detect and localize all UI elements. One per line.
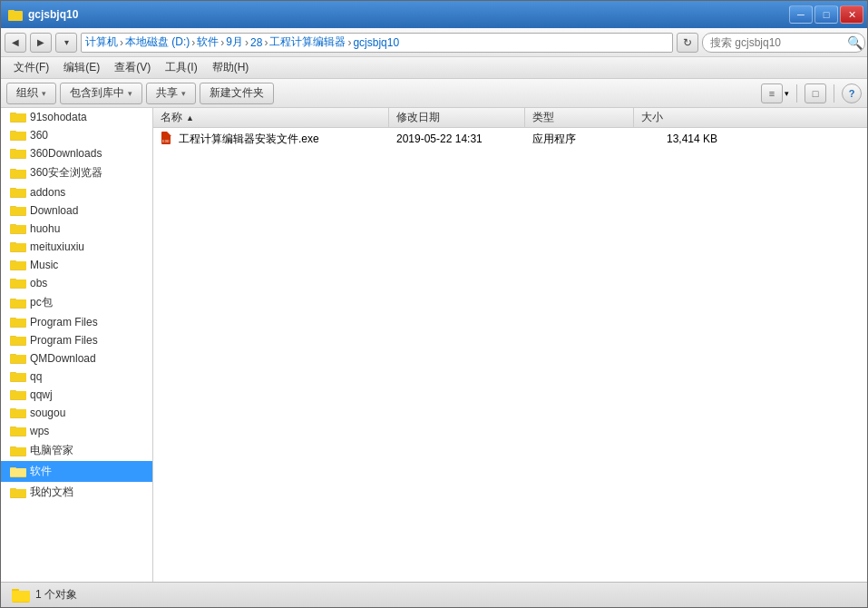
breadcrumb-item-3[interactable]: 9月 — [226, 34, 243, 50]
share-button[interactable]: 共享 ▾ — [146, 83, 196, 104]
sidebar-label-13: QMDownload — [30, 352, 96, 365]
search-icon[interactable]: 🔍 — [845, 34, 863, 52]
sidebar: 91sohodata 360 360Downloads 360安全浏览器 — [1, 108, 153, 582]
menu-file[interactable]: 文件(F) — [6, 58, 56, 77]
organize-dropdown-icon: ▾ — [42, 89, 46, 98]
include-library-button[interactable]: 包含到库中 ▾ — [60, 83, 142, 104]
sidebar-item-9[interactable]: obs — [1, 274, 152, 292]
title-bar-controls: ─ □ ✕ — [789, 5, 863, 24]
svg-rect-4 — [10, 113, 26, 122]
sidebar-item-6[interactable]: huohu — [1, 220, 152, 238]
sidebar-label-6: huohu — [30, 222, 60, 235]
menu-edit[interactable]: 编辑(E) — [56, 58, 107, 77]
menu-view[interactable]: 查看(V) — [107, 58, 158, 77]
breadcrumb-item-5[interactable]: 工程计算编辑器 — [269, 34, 346, 50]
sidebar-item-8[interactable]: Music — [1, 256, 152, 274]
help-button[interactable]: ? — [842, 83, 862, 103]
sidebar-item-5[interactable]: Download — [1, 201, 152, 220]
svg-rect-22 — [10, 225, 26, 233]
sidebar-item-1[interactable]: 360 — [1, 126, 152, 144]
sidebar-item-11[interactable]: Program Files — [1, 313, 152, 331]
forward-button[interactable]: ▶ — [30, 33, 52, 53]
folder-icon — [10, 352, 26, 365]
sidebar-label-5: Download — [30, 204, 78, 217]
organize-button[interactable]: 组织 ▾ — [6, 83, 56, 104]
folder-icon-selected — [10, 466, 26, 478]
file-name-cell: EXE 工程计算编辑器安装文件.exe — [153, 132, 389, 147]
sidebar-item-19[interactable]: 软件 — [1, 461, 152, 482]
col-header-type[interactable]: 类型 — [525, 108, 634, 127]
svg-rect-55 — [10, 427, 26, 436]
window-icon — [8, 7, 23, 22]
new-folder-button[interactable]: 新建文件夹 — [200, 83, 274, 104]
view-dropdown-icon[interactable]: ▾ — [785, 89, 789, 98]
exe-file-icon: EXE — [161, 132, 175, 146]
breadcrumb-item-1[interactable]: 本地磁盘 (D:) — [125, 34, 190, 50]
status-folder-icon — [12, 586, 30, 604]
view-details-button[interactable]: ≡ — [761, 83, 783, 103]
sidebar-item-17[interactable]: wps — [1, 422, 152, 440]
sidebar-item-18[interactable]: 电脑管家 — [1, 440, 152, 461]
breadcrumb-item-6[interactable]: gcjsbjq10 — [353, 36, 399, 49]
sidebar-label-17: wps — [30, 425, 49, 437]
sidebar-label-18: 电脑管家 — [30, 443, 73, 458]
maximize-button[interactable]: □ — [814, 5, 838, 24]
svg-rect-19 — [10, 207, 26, 215]
col-header-date[interactable]: 修改日期 — [389, 108, 525, 127]
preview-pane-button[interactable]: □ — [805, 83, 826, 103]
file-type: 应用程序 — [525, 132, 634, 147]
breadcrumb: 计算机 › 本地磁盘 (D:) › 软件 › 9月 › 28 › 工程计算编辑器… — [81, 33, 673, 53]
folder-icon — [10, 147, 26, 160]
toolbar: 组织 ▾ 包含到库中 ▾ 共享 ▾ 新建文件夹 ≡ ▾ □ ? — [1, 79, 867, 108]
status-bar: 1 个对象 — [1, 582, 867, 607]
menu-tools[interactable]: 工具(I) — [158, 58, 204, 77]
search-input[interactable] — [702, 33, 865, 53]
sidebar-item-4[interactable]: addons — [1, 183, 152, 201]
folder-icon — [10, 222, 26, 235]
sidebar-item-3[interactable]: 360安全浏览器 — [1, 162, 152, 183]
refresh-button[interactable]: ↻ — [677, 33, 698, 53]
address-bar-area: ◀ ▶ ▾ 计算机 › 本地磁盘 (D:) › 软件 › 9月 › 28 › 工… — [1, 28, 867, 57]
svg-rect-28 — [10, 261, 26, 270]
sidebar-item-0[interactable]: 91sohodata — [1, 108, 152, 126]
view-buttons: ≡ ▾ — [761, 83, 789, 103]
file-date: 2019-05-22 14:31 — [389, 132, 525, 145]
folder-icon — [10, 186, 26, 199]
sidebar-item-14[interactable]: qq — [1, 368, 152, 386]
menu-help[interactable]: 帮助(H) — [205, 58, 257, 77]
sidebar-item-10[interactable]: pc包 — [1, 292, 152, 313]
file-name: 工程计算编辑器安装文件.exe — [179, 132, 319, 147]
dropdown-button[interactable]: ▾ — [55, 33, 77, 53]
file-size: 13,414 KB — [634, 132, 725, 145]
close-button[interactable]: ✕ — [840, 5, 863, 24]
svg-rect-64 — [10, 489, 26, 497]
sidebar-item-7[interactable]: meituxiuxiu — [1, 238, 152, 256]
table-row[interactable]: EXE 工程计算编辑器安装文件.exe 2019-05-22 14:31 应用程… — [153, 128, 867, 150]
folder-icon — [10, 486, 26, 499]
folder-icon — [10, 111, 26, 123]
breadcrumb-item-0[interactable]: 计算机 — [85, 34, 118, 50]
svg-rect-61 — [10, 468, 26, 476]
folder-icon — [10, 167, 26, 180]
sidebar-label-4: addons — [30, 186, 65, 199]
sidebar-item-13[interactable]: QMDownload — [1, 349, 152, 368]
share-dropdown-icon: ▾ — [181, 89, 186, 98]
col-header-name[interactable]: 名称 ▲ — [153, 108, 389, 127]
col-header-size[interactable]: 大小 — [634, 108, 725, 127]
svg-rect-25 — [10, 243, 26, 251]
window: gcjsbjq10 ─ □ ✕ ◀ ▶ ▾ 计算机 › 本地磁盘 (D:) › … — [0, 0, 868, 608]
col-date-label: 修改日期 — [396, 110, 440, 125]
breadcrumb-item-2[interactable]: 软件 — [197, 34, 219, 50]
sidebar-label-11: Program Files — [30, 316, 98, 329]
svg-rect-16 — [10, 189, 26, 197]
sidebar-item-15[interactable]: qqwj — [1, 386, 152, 404]
svg-rect-1 — [8, 10, 15, 13]
sidebar-item-2[interactable]: 360Downloads — [1, 144, 152, 162]
minimize-button[interactable]: ─ — [789, 5, 813, 24]
back-button[interactable]: ◀ — [5, 33, 26, 53]
sidebar-item-12[interactable]: Program Files — [1, 331, 152, 349]
sidebar-item-16[interactable]: sougou — [1, 404, 152, 422]
breadcrumb-item-4[interactable]: 28 — [250, 36, 262, 49]
sidebar-item-20[interactable]: 我的文档 — [1, 482, 152, 503]
toolbar-separator — [796, 84, 797, 103]
